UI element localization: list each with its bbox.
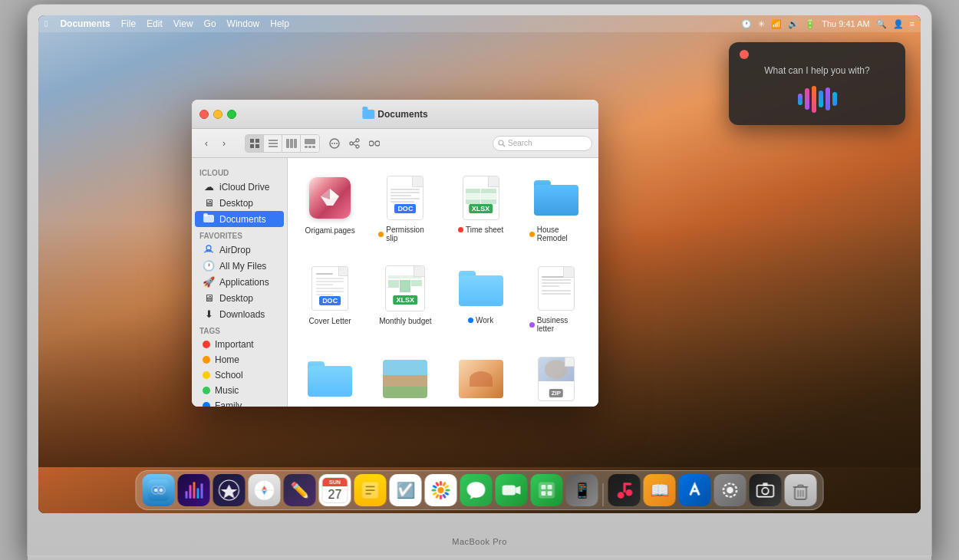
file-status-dot [529,322,535,328]
sidebar-item-tag-music[interactable]: Music [195,383,284,398]
sidebar-item-applications[interactable]: 🚀 Applications [195,274,284,290]
file-status-dot [378,232,384,237]
menubar:  Documents File Edit View Go Window Hel… [38,15,921,32]
sidebar-item-all-my-files[interactable]: 🕐 All My Files [195,258,284,274]
list-view-button[interactable] [264,135,282,152]
file-cupcakes[interactable]: Birthday Cupcakes [450,350,512,407]
file-summer-plans[interactable]: Summer Plans [298,350,361,407]
svg-rect-64 [503,486,516,496]
dock-launchpad[interactable] [213,474,246,506]
sidebar-item-desktop[interactable]: 🖥 Desktop [195,290,284,306]
sidebar-item-documents[interactable]: Documents [195,211,284,227]
sidebar-item-tag-important[interactable]: Important [195,337,284,352]
control-center-icon[interactable]: ≡ [910,19,915,28]
time-sheet-icon: XLSX [456,173,506,222]
svg-rect-9 [294,139,297,148]
action-button[interactable] [326,135,343,152]
dock-safari[interactable] [249,474,281,506]
menu-go[interactable]: Go [204,18,216,29]
file-name-container: House Remodel [529,226,583,242]
menu-help[interactable]: Help [270,18,289,29]
folder-file [534,180,578,216]
dock-trash[interactable] [785,474,817,506]
file-work[interactable]: Work [450,259,512,338]
sidebar-item-icloud-drive[interactable]: ☁ iCloud Drive [195,179,284,195]
file-name-container: Permission slip [378,226,432,242]
bluetooth-icon[interactable]: ✳ [758,19,765,29]
siri-waveform [740,84,895,114]
dock-notes[interactable] [354,474,387,506]
sidebar-item-downloads[interactable]: ⬇ Downloads [195,306,284,322]
wifi-icon[interactable]: 📶 [771,19,782,29]
file-time-sheet[interactable]: XLSX Time sheet [450,169,512,247]
search-bar[interactable]: Search [493,136,592,151]
share-button[interactable] [346,135,363,152]
file-name-container: Work [468,316,493,324]
svg-rect-58 [440,495,442,499]
tag-family-dot [203,402,210,407]
sidebar-item-desktop-icloud[interactable]: 🖥 Desktop [195,195,284,211]
dock-numbers[interactable] [531,474,563,506]
time-machine-icon: 🕐 [741,19,752,29]
dock-screenshot[interactable] [750,474,782,506]
documents-icon [203,213,215,225]
dock-reminders[interactable]: ☑️ [390,474,422,506]
dock-facetime[interactable] [496,474,528,506]
tag-important-dot [203,341,210,348]
dock-calendar[interactable]: SUN 27 [319,474,351,506]
file-cover-letter[interactable]: DOC Cover Letter [298,259,361,338]
gallery-view-button[interactable] [301,135,319,152]
sidebar-item-airdrop[interactable]: AirDrop [195,242,284,258]
sidebar-item-tag-home[interactable]: Home [195,352,284,367]
dock-messages[interactable] [460,474,493,506]
svg-rect-6 [269,146,278,147]
user-icon[interactable]: 👤 [893,19,904,29]
menu-file[interactable]: File [121,18,136,29]
dock-music[interactable] [608,474,641,506]
finder-window: Documents ‹ › [192,100,598,407]
dock-photo-editor[interactable]: ✏️ [284,474,316,506]
file-permission-slip[interactable]: DOC Permission slip [374,169,437,247]
sidebar-item-tag-family[interactable]: Family [195,398,284,407]
dock-finder[interactable] [143,474,175,506]
dock-app-store[interactable] [679,474,711,506]
tag-label: Important [215,339,254,350]
file-business-letter[interactable]: Business letter [525,259,588,338]
dock-photos[interactable] [425,474,457,506]
fullscreen-button[interactable] [227,110,236,119]
volume-icon[interactable]: 🔊 [788,19,799,29]
airdrop-icon [203,244,215,255]
file-name: Permission slip [386,226,432,242]
dock-iphone-mirror[interactable]: 📱 [566,474,598,506]
icon-view-button[interactable] [246,135,264,152]
column-view-button[interactable] [282,135,301,152]
menu-window[interactable]: Window [227,18,260,29]
tag-label: Home [215,354,239,365]
search-icon[interactable]: 🔍 [876,19,887,29]
dock-siri[interactable] [178,474,210,506]
budget-badge: XLSX [394,295,418,305]
close-button[interactable] [199,110,209,119]
menu-edit[interactable]: Edit [147,18,163,29]
forward-button[interactable]: › [216,135,232,152]
file-monthly-budget[interactable]: XLSX Monthly budget [374,259,437,338]
svg-point-71 [618,492,625,499]
apple-menu[interactable]:  [44,18,48,29]
svg-rect-2 [250,144,254,148]
edit-tags-button[interactable] [366,135,383,152]
file-origami[interactable]: Origami.pages [298,169,361,247]
applications-icon: 🚀 [203,276,215,288]
dock-system-preferences[interactable] [714,474,746,506]
svg-rect-5 [269,143,278,144]
dock-books[interactable]: 📖 [644,474,676,506]
file-derreks-trip[interactable]: ZIP Derreks Trip.zip [525,350,588,407]
svg-rect-66 [539,483,555,499]
siri-close-button[interactable] [740,50,749,59]
file-beach[interactable]: Day at the beach [374,350,437,407]
menu-finder[interactable]: Documents [60,18,110,29]
minimize-button[interactable] [213,110,222,119]
back-button[interactable]: ‹ [198,135,215,152]
sidebar-item-tag-school[interactable]: School [195,367,284,383]
file-house-remodel[interactable]: House Remodel [525,169,588,247]
menu-view[interactable]: View [173,18,193,29]
